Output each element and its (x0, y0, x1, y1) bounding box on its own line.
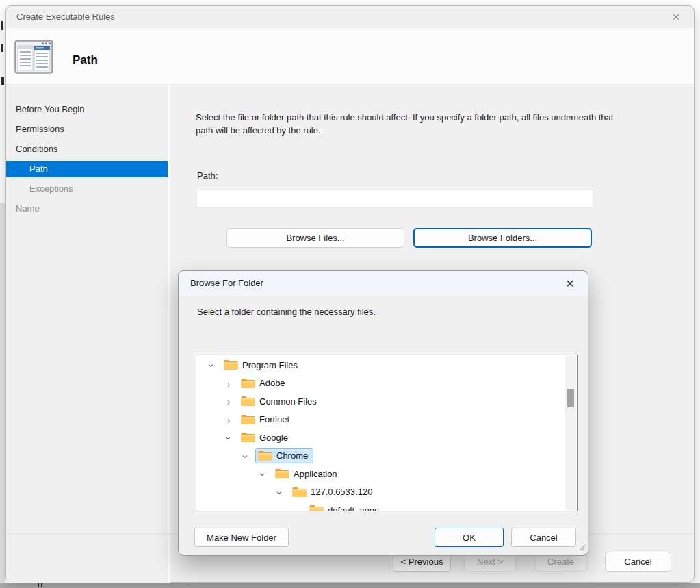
folder-icon (241, 396, 255, 407)
tree-item-google[interactable]: › Google (196, 429, 565, 448)
title-bar: Create Executable Rules ✕ (6, 6, 694, 28)
tree-item-common-files[interactable]: › Common Files (196, 393, 565, 411)
browse-files-button[interactable]: Browse Files... (226, 228, 404, 248)
window-title: Create Executable Rules (16, 12, 115, 22)
tree-item-adobe[interactable]: › Adobe (196, 375, 565, 394)
background-window-edge (0, 203, 5, 583)
background-window-artifact (1, 77, 4, 85)
sidebar-item-permissions[interactable]: Permissions (6, 121, 168, 138)
sidebar-item-before-you-begin[interactable]: Before You Begin (6, 101, 168, 118)
path-input[interactable] (196, 190, 593, 208)
sidebar-item-name[interactable]: Name (6, 201, 168, 217)
tree-item-fortinet[interactable]: › Fortinet (196, 411, 565, 430)
tree-scrollbar-thumb[interactable] (567, 389, 574, 407)
background-window-artifact (38, 583, 39, 587)
folder-icon (275, 468, 289, 479)
tree-item-program-files[interactable]: › Program Files (196, 357, 565, 375)
page-instruction: Select the file or folder path that this… (196, 111, 630, 137)
wizard-cancel-button[interactable]: Cancel (605, 552, 671, 572)
sidebar-item-path[interactable]: Path (6, 161, 168, 177)
close-icon[interactable]: ✕ (664, 8, 688, 26)
folder-icon (241, 414, 255, 425)
browse-for-folder-dialog: Browse For Folder ✕ Select a folder cont… (178, 270, 588, 556)
chevron-expanded-icon[interactable]: › (273, 489, 287, 497)
chevron-collapsed-icon[interactable]: › (224, 377, 233, 391)
folder-icon (241, 378, 255, 389)
folder-tree-box: › Program Files › Adobe › (196, 355, 578, 511)
folder-tree: › Program Files › Adobe › (196, 357, 565, 511)
folder-icon (241, 432, 255, 443)
dialog-instruction: Select a folder containing the necessary… (197, 307, 376, 317)
chevron-expanded-icon[interactable]: › (256, 470, 270, 478)
dialog-cancel-button[interactable]: Cancel (511, 528, 576, 547)
path-label: Path: (197, 170, 218, 181)
background-window-artifact (1, 44, 3, 52)
sidebar-item-conditions[interactable]: Conditions (6, 141, 168, 157)
page-title: Path (73, 53, 98, 67)
make-new-folder-button[interactable]: Make New Folder (194, 528, 289, 547)
background-window-artifact (1, 21, 3, 30)
chevron-expanded-icon[interactable]: › (239, 452, 252, 461)
browse-folders-button[interactable]: Browse Folders... (413, 228, 592, 248)
dialog-close-icon[interactable]: ✕ (559, 275, 581, 293)
ok-button[interactable]: OK (435, 528, 504, 547)
chevron-collapsed-icon[interactable]: › (224, 395, 233, 409)
dialog-title: Browse For Folder (190, 278, 263, 288)
background-window-artifact (41, 583, 42, 587)
sidebar-item-exceptions[interactable]: Exceptions (6, 181, 168, 197)
dialog-title-bar: Browse For Folder ✕ (179, 271, 588, 296)
wizard-sidebar: Before You Begin Permissions Conditions … (6, 85, 170, 583)
tree-item-127-0-6533-120[interactable]: › 127.0.6533.120 (196, 484, 565, 502)
tree-item-chrome[interactable]: › Chrome (196, 448, 565, 466)
chevron-collapsed-icon[interactable]: › (224, 413, 233, 427)
wizard-page-icon (14, 40, 53, 76)
background-window-bottom (0, 583, 700, 588)
tree-scrollbar-track[interactable] (565, 356, 576, 510)
chevron-expanded-icon[interactable]: › (205, 361, 218, 370)
wizard-header: Path (6, 28, 694, 84)
folder-icon (309, 504, 324, 511)
tree-item-default-apps[interactable]: › default_apps (196, 502, 565, 511)
tree-item-application[interactable]: › Application (196, 465, 565, 484)
folder-icon (224, 359, 238, 370)
resize-grip-icon[interactable] (578, 543, 586, 553)
chevron-expanded-icon[interactable]: › (222, 434, 235, 442)
folder-icon (292, 487, 307, 498)
folder-icon (258, 450, 272, 461)
